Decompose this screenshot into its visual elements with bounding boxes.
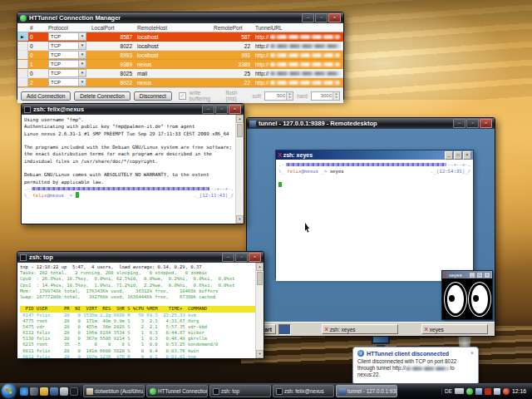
scroll-up-icon[interactable]: ▲ — [256, 263, 264, 271]
scroll-down-icon[interactable]: ▼ — [256, 350, 264, 358]
add-connection-button[interactable]: Add Connection — [21, 91, 71, 101]
hard-flush-spinner[interactable]: 3000▲▼ — [311, 91, 340, 101]
scroll-thumb[interactable] — [237, 124, 243, 137]
remote-terminal-content[interactable]: .---+--+-. \_ felix@nexus _> xeyes ._[12… — [276, 160, 473, 281]
chevron-down-icon[interactable]: ▼ — [78, 61, 86, 67]
language-indicator[interactable]: DE — [445, 388, 452, 394]
folder-icon[interactable] — [40, 387, 48, 396]
row-selector-cell[interactable] — [17, 42, 28, 50]
chevron-down-icon[interactable]: ▼ — [78, 42, 86, 49]
rdp-titlebar[interactable]: tunnel - 127.0.0.1:9389 - Remotedesktop … — [247, 118, 495, 129]
chevron-down-icon[interactable]: ▼ — [78, 79, 86, 86]
remote-quicklaunch-icon[interactable] — [278, 324, 291, 335]
volume-tray-icon[interactable] — [503, 388, 510, 395]
task-button[interactable]: dotwebtun (Ausführu... — [83, 385, 145, 397]
display-tray-icon[interactable] — [494, 388, 500, 395]
write-buffering-label: write buffering — [190, 90, 223, 101]
connection-row[interactable]: 0 TCP ▼ 8025 mail 25 http:// — [17, 69, 343, 78]
protocol-select[interactable]: TCP ▼ — [48, 32, 86, 41]
terminal-ql-icon[interactable] — [70, 387, 78, 396]
chevron-down-icon[interactable]: ▼ — [78, 52, 86, 58]
row-selector-cell[interactable] — [17, 51, 28, 59]
connection-row[interactable]: 0 TCP ▼ 8022 localhost 22 http:// — [17, 42, 343, 51]
close-button[interactable]: × — [484, 272, 490, 278]
write-buffering-checkbox[interactable]: ✓ — [179, 92, 186, 100]
balloon-close-icon[interactable]: × — [470, 351, 474, 356]
minimize-button[interactable]: – — [202, 105, 214, 114]
top-process-row: 6112 felix 20 0 186m 8184 3534 S 1 0.3 0… — [20, 330, 255, 336]
delete-connection-button[interactable]: Delete Connection — [74, 91, 130, 101]
task-button[interactable]: tunnel - 127.0.0.1:938... — [336, 385, 397, 397]
maximize-button[interactable]: ▫ — [235, 253, 248, 262]
terminal-content[interactable]: Using username "fmp".Authenticating with… — [22, 115, 244, 224]
close-button[interactable]: × — [229, 105, 241, 114]
scrollbar[interactable]: ▲ ▼ — [255, 263, 264, 358]
connection-row[interactable]: 0 TCP ▼ 8993 localhost 993 http:// — [17, 51, 343, 60]
vnc-tray-icon[interactable] — [485, 388, 491, 395]
connection-row[interactable]: 1 TCP ▼ 9389 nexus 3389 http:// — [17, 60, 343, 69]
disconnect-button[interactable]: Disconnect — [134, 91, 172, 101]
connection-row[interactable]: ▶ 0 TCP ▼ 8587 localhost 587 http:// — [17, 32, 343, 42]
row-selector-cell[interactable] — [17, 60, 28, 68]
scrollbar[interactable]: ▲ ▼ — [235, 115, 244, 224]
zsh-prompt-decor: .---+--+-. — [24, 185, 234, 192]
row-selector-cell[interactable] — [17, 78, 28, 86]
minimize-button[interactable]: – — [453, 119, 466, 128]
maximize-button[interactable]: □ — [454, 151, 462, 160]
remote-desktop-surface[interactable]: X zsh: xeyes _ □ × .---+--+-. \_ felix@n… — [247, 129, 495, 336]
remote-terminal-titlebar[interactable]: X zsh: xeyes _ □ × — [276, 150, 473, 160]
maximize-button[interactable]: ▫ — [466, 119, 479, 128]
connection-count-cell: 0 — [28, 71, 47, 76]
httunnel-titlebar[interactable]: HTTunnel Connection Manager – ▫ × — [17, 12, 343, 23]
connection-table-header: # Protocol LocalPort RemoteHost RemotePo… — [17, 23, 343, 32]
row-selector-cell[interactable] — [17, 69, 28, 77]
soft-flush-spinner[interactable]: 500▲▼ — [264, 91, 293, 101]
internet-explorer-icon[interactable] — [20, 387, 28, 396]
xeyes-titlebar[interactable]: X xeyes _ □ × — [442, 271, 492, 278]
maximize-button[interactable]: □ — [476, 272, 483, 278]
protocol-select[interactable]: TCP ▼ — [48, 69, 86, 77]
remote-task-button[interactable]: Xxeyes — [421, 324, 488, 334]
protocol-select[interactable]: TCP ▼ — [48, 51, 86, 59]
tunnel-url-cell: http:// — [254, 34, 343, 40]
close-button[interactable]: × — [463, 151, 471, 160]
protocol-select[interactable]: TCP ▼ — [48, 60, 86, 68]
close-button[interactable]: × — [328, 13, 341, 22]
scroll-down-icon[interactable]: ▼ — [236, 215, 244, 224]
minimize-button[interactable]: _ — [469, 272, 475, 278]
close-button[interactable]: × — [480, 119, 492, 128]
network-tray-icon[interactable] — [475, 388, 482, 395]
protocol-select[interactable]: TCP ▼ — [48, 78, 86, 86]
remote-task-button[interactable]: Xzsh: xeyes — [322, 324, 398, 334]
task-button[interactable]: HTTunnel Connection... — [146, 385, 208, 397]
close-button[interactable]: × — [249, 253, 261, 262]
clock[interactable]: 12:16 — [512, 388, 528, 394]
scroll-thumb[interactable] — [257, 272, 263, 285]
minimize-button[interactable]: – — [302, 13, 314, 22]
task-button[interactable]: zsh: top — [209, 385, 271, 397]
row-selector-cell[interactable]: ▶ — [17, 32, 28, 41]
spinner-arrows-icon[interactable]: ▲▼ — [332, 92, 339, 100]
task-button[interactable]: zsh: felix@nexus — [273, 385, 334, 397]
chevron-down-icon[interactable]: ▼ — [78, 33, 86, 40]
terminal-nexus-titlebar[interactable]: zsh: felix@nexus – ▫ × — [22, 104, 244, 115]
minimize-button[interactable]: – — [222, 253, 234, 262]
maximize-button[interactable]: ▫ — [315, 13, 328, 22]
minimize-button[interactable]: _ — [445, 151, 453, 160]
remote-desktop-icon[interactable] — [50, 387, 58, 396]
spinner-arrows-icon[interactable]: ▲▼ — [286, 92, 293, 100]
httunnel-tray-icon[interactable] — [466, 388, 473, 395]
chevron-down-icon[interactable]: ▼ — [78, 70, 86, 76]
show-desktop-icon[interactable] — [30, 387, 38, 396]
protocol-select[interactable]: TCP ▼ — [48, 42, 86, 50]
scroll-up-icon[interactable]: ▲ — [236, 115, 244, 123]
tunnel-url-cell: http:// — [254, 52, 343, 58]
connection-row[interactable]: 2 TCP ▼ 8022 nexus 22 http:// — [17, 78, 343, 87]
mail-icon[interactable] — [60, 387, 68, 396]
terminal-top-titlebar[interactable]: zsh: top – ▫ × — [17, 252, 264, 263]
balloon-title: HTTunnel client disconnected — [367, 351, 449, 357]
start-button[interactable] — [2, 384, 16, 398]
maximize-button[interactable]: ▫ — [215, 105, 228, 114]
battery-icon[interactable] — [455, 388, 464, 394]
terminal-content[interactable]: top - 12:18:22 up 5:47, 4 users, load av… — [17, 263, 264, 358]
